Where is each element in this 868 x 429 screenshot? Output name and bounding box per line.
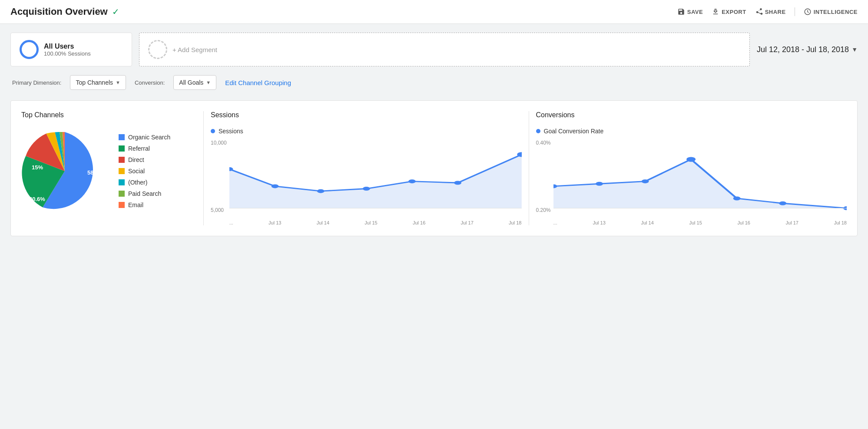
cx-label-jul14: Jul 14 [641, 220, 653, 225]
conv-y-high: 0.40% [536, 140, 551, 146]
conversions-legend-dot [536, 129, 540, 133]
divider [795, 7, 795, 16]
pie-legend: Organic Search Referral Direct Social [119, 134, 170, 208]
sessions-svg [229, 140, 522, 218]
sessions-section: Sessions Sessions 10,000 5,000 [204, 111, 529, 225]
conversions-section: Conversions Goal Conversion Rate 0.40% 0… [529, 111, 847, 225]
x-label-dots: ... [229, 220, 233, 225]
sessions-y-low: 5,000 [211, 207, 227, 213]
segment-name: All Users [44, 43, 91, 50]
top-channels-dropdown[interactable]: Top Channels ▼ [70, 75, 126, 90]
share-button[interactable]: SHARE [755, 8, 786, 16]
pie-label-organic: 58% [87, 169, 99, 176]
cx-label-jul15: Jul 15 [689, 220, 702, 225]
x-label-jul18: Jul 18 [509, 220, 521, 225]
x-label-jul16: Jul 16 [413, 220, 425, 225]
all-goals-dropdown[interactable]: All Goals ▼ [173, 75, 216, 90]
segment-info: All Users 100.00% Sessions [44, 43, 91, 57]
sessions-legend: Sessions [211, 128, 522, 135]
sessions-y-axis: 10,000 5,000 [211, 140, 227, 225]
x-label-jul13: Jul 13 [268, 220, 281, 225]
add-segment-button[interactable]: + Add Segment [139, 33, 750, 66]
sessions-svg-wrap: ... Jul 13 Jul 14 Jul 15 Jul 16 Jul 17 J… [229, 140, 522, 225]
conversions-x-labels: ... Jul 13 Jul 14 Jul 15 Jul 16 Jul 17 J… [553, 219, 847, 225]
legend-color-paid [119, 191, 125, 197]
cx-label-jul18: Jul 18 [834, 220, 847, 225]
save-icon [677, 8, 685, 16]
segment-row: All Users 100.00% Sessions + Add Segment… [10, 33, 858, 66]
legend-color-other [119, 179, 125, 185]
legend-social: Social [119, 168, 170, 175]
segment-sub: 100.00% Sessions [44, 50, 91, 57]
legend-color-direct [119, 157, 125, 163]
sessions-legend-dot [211, 129, 215, 133]
legend-label-other: (Other) [128, 179, 147, 186]
conversions-legend-label: Goal Conversion Rate [544, 128, 604, 135]
x-label-jul14: Jul 14 [317, 220, 329, 225]
sessions-x-labels: ... Jul 13 Jul 14 Jul 15 Jul 16 Jul 17 J… [229, 219, 522, 225]
save-button[interactable]: SAVE [677, 8, 703, 16]
legend-label-direct: Direct [128, 156, 144, 163]
segment-circle [20, 40, 39, 59]
svg-point-12 [596, 182, 603, 186]
date-range-picker[interactable]: Jul 12, 2018 - Jul 18, 2018 ▼ [757, 45, 858, 54]
pie-section: 58% 20.6% 15% Organic Search Referral [21, 128, 196, 214]
svg-point-14 [686, 157, 696, 162]
cx-label-jul17: Jul 17 [786, 220, 798, 225]
conversions-y-axis: 0.40% 0.20% [536, 140, 551, 225]
legend-color-organic [119, 134, 125, 140]
primary-dimension-label: Primary Dimension: [12, 79, 61, 86]
intelligence-button[interactable]: INTELLIGENCE [804, 8, 858, 16]
svg-marker-1 [229, 155, 522, 208]
svg-point-5 [363, 187, 370, 191]
sessions-y-high: 10,000 [211, 140, 227, 146]
charts-panel: Top Channels [10, 100, 858, 236]
svg-point-6 [408, 179, 416, 183]
title-area: Acquisition Overview ✓ [10, 6, 119, 17]
legend-label-email: Email [128, 201, 143, 208]
all-users-segment: All Users 100.00% Sessions [10, 33, 132, 66]
legend-label-paid: Paid Search [128, 190, 161, 197]
pie-label-referral: 20.6% [29, 196, 45, 202]
legend-label-organic: Organic Search [128, 134, 170, 141]
date-range-arrow: ▼ [851, 46, 858, 53]
intelligence-icon [804, 8, 812, 16]
cx-label-dots: ... [553, 220, 557, 225]
legend-color-social [119, 168, 125, 174]
legend-other: (Other) [119, 179, 170, 186]
svg-point-13 [641, 179, 649, 183]
conversions-legend: Goal Conversion Rate [536, 128, 847, 135]
legend-paid-search: Paid Search [119, 190, 170, 197]
x-label-jul17: Jul 17 [461, 220, 473, 225]
conv-y-low: 0.20% [536, 207, 551, 213]
pie-label-direct: 15% [32, 164, 43, 171]
conversions-svg-wrap: ... Jul 13 Jul 14 Jul 15 Jul 16 Jul 17 J… [553, 140, 847, 225]
legend-email: Email [119, 201, 170, 208]
svg-point-15 [733, 197, 740, 201]
edit-channel-grouping-link[interactable]: Edit Channel Grouping [225, 79, 291, 86]
legend-referral: Referral [119, 145, 170, 152]
cx-label-jul13: Jul 13 [593, 220, 605, 225]
conversions-svg [553, 140, 847, 218]
top-channels-title: Top Channels [21, 111, 196, 119]
export-button[interactable]: EXPORT [712, 8, 746, 16]
verified-icon: ✓ [112, 7, 119, 17]
top-channels-section: Top Channels [21, 111, 204, 225]
svg-point-16 [779, 201, 786, 205]
legend-label-social: Social [128, 168, 145, 175]
top-bar: Acquisition Overview ✓ SAVE EXPORT SHARE… [0, 0, 868, 24]
export-icon [712, 8, 719, 16]
main-content: All Users 100.00% Sessions + Add Segment… [0, 24, 868, 245]
dropdown-arrow-2: ▼ [206, 80, 211, 85]
svg-point-4 [317, 189, 325, 193]
legend-color-email [119, 202, 125, 208]
share-icon [755, 8, 763, 16]
cx-label-jul16: Jul 16 [738, 220, 750, 225]
x-label-jul15: Jul 15 [364, 220, 377, 225]
sessions-title: Sessions [211, 111, 522, 119]
add-segment-circle [148, 40, 167, 59]
sessions-chart-area: 10,000 5,000 [211, 140, 522, 225]
legend-direct: Direct [119, 156, 170, 163]
dimension-row: Primary Dimension: Top Channels ▼ Conver… [10, 75, 858, 90]
top-actions: SAVE EXPORT SHARE INTELLIGENCE [677, 7, 858, 16]
